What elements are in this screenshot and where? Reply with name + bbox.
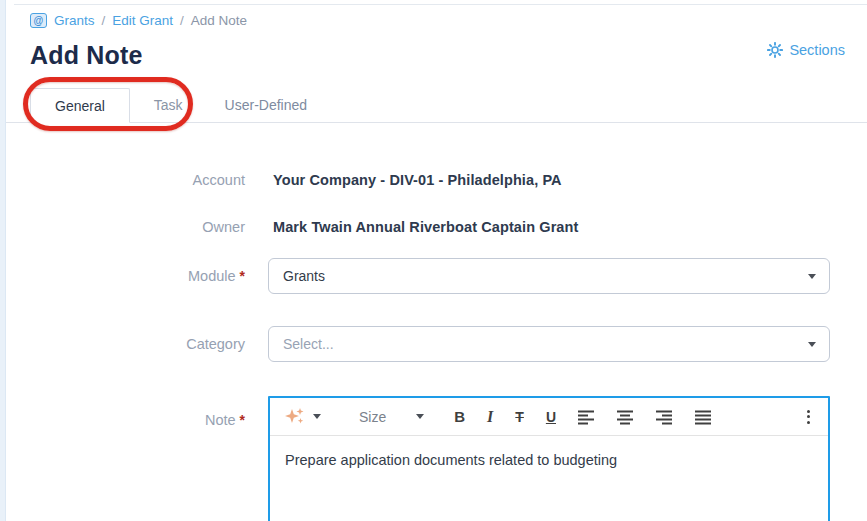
bold-button[interactable]: B (454, 408, 465, 425)
breadcrumb-link-edit-grant[interactable]: Edit Grant (112, 13, 173, 28)
module-label: Module* (30, 268, 245, 284)
note-label: Note* (30, 396, 245, 428)
underline-button[interactable]: U (546, 409, 556, 425)
notes-module-icon: @ (30, 13, 47, 28)
chevron-down-icon (416, 414, 424, 419)
account-row: Account Your Company - DIV-01 - Philadel… (30, 166, 845, 194)
page-title: Add Note (30, 41, 143, 70)
chevron-down-icon (313, 414, 321, 419)
owner-row: Owner Mark Twain Annual Riverboat Captai… (30, 213, 845, 241)
note-editor-content[interactable]: Prepare application documents related to… (270, 436, 828, 521)
category-dropdown[interactable]: Select... (268, 326, 830, 362)
breadcrumb-link-grants[interactable]: Grants (54, 13, 95, 28)
align-left-icon (578, 409, 595, 425)
add-note-form: Account Your Company - DIV-01 - Philadel… (30, 123, 845, 521)
ai-assist-button[interactable] (284, 407, 321, 427)
required-asterisk: * (240, 268, 245, 284)
breadcrumb-current-page: Add Note (191, 13, 247, 28)
category-label: Category (30, 336, 245, 352)
owner-label: Owner (30, 219, 245, 235)
note-row: Note* Size (30, 396, 845, 521)
tab-general[interactable]: General (30, 88, 130, 123)
tab-bar: General Task User-Defined (6, 88, 867, 123)
align-center-button[interactable] (617, 409, 634, 425)
align-justify-icon (695, 409, 712, 425)
module-row: Module* Grants (30, 258, 845, 294)
required-asterisk: * (240, 412, 245, 428)
note-rich-text-editor: Size B I T U (268, 396, 830, 521)
tab-user-defined[interactable]: User-Defined (207, 88, 325, 122)
tab-task[interactable]: Task (130, 88, 207, 122)
align-left-button[interactable] (578, 409, 595, 425)
module-dropdown-value: Grants (283, 268, 325, 284)
account-label: Account (30, 172, 245, 188)
editor-toolbar: Size B I T U (270, 398, 828, 436)
category-dropdown-placeholder: Select... (283, 336, 334, 352)
sidebar-edge (0, 0, 6, 521)
font-size-label: Size (359, 409, 386, 425)
kebab-menu-icon (807, 410, 810, 413)
align-center-icon (617, 409, 634, 425)
module-dropdown[interactable]: Grants (268, 258, 830, 294)
breadcrumb: @ Grants / Edit Grant / Add Note (30, 13, 247, 28)
italic-button[interactable]: I (487, 408, 493, 426)
align-justify-button[interactable] (695, 409, 712, 425)
gear-icon (767, 42, 783, 58)
chevron-down-icon (808, 274, 816, 279)
chevron-down-icon (808, 342, 816, 347)
breadcrumb-separator: / (102, 13, 106, 28)
sparkles-icon (284, 407, 306, 427)
toolbar-overflow-button[interactable] (803, 406, 814, 428)
font-size-dropdown[interactable]: Size (359, 409, 424, 425)
align-right-icon (656, 409, 673, 425)
breadcrumb-separator: / (180, 13, 184, 28)
account-value: Your Company - DIV-01 - Philadelphia, PA (268, 172, 562, 188)
align-right-button[interactable] (656, 409, 673, 425)
top-divider (14, 4, 867, 5)
sections-label: Sections (789, 42, 845, 58)
category-row: Category Select... (30, 326, 845, 362)
sections-button[interactable]: Sections (767, 42, 845, 58)
strikethrough-button[interactable]: T (515, 409, 524, 425)
owner-value: Mark Twain Annual Riverboat Captain Gran… (268, 219, 578, 235)
